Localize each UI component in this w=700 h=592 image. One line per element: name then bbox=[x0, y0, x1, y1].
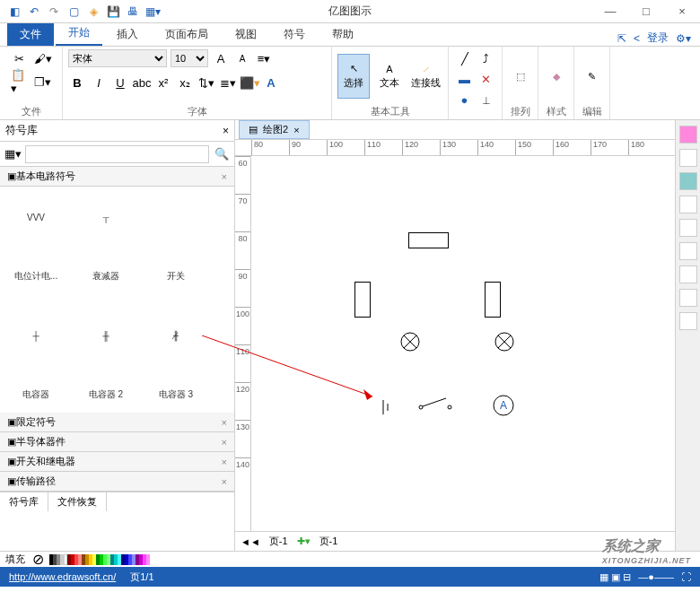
bottom-tab-library[interactable]: 符号库 bbox=[0, 492, 48, 511]
font-color-icon[interactable]: A bbox=[262, 74, 280, 91]
arrange-button[interactable]: ⬚ bbox=[508, 54, 532, 99]
shape-switch[interactable] bbox=[417, 396, 453, 411]
paste-icon[interactable]: 📋▾ bbox=[11, 73, 29, 91]
select-tool[interactable]: ↖选择 bbox=[337, 54, 370, 99]
doc-close-icon[interactable]: × bbox=[293, 125, 299, 135]
panel-comment[interactable] bbox=[679, 289, 697, 307]
underline-icon[interactable]: U bbox=[111, 74, 129, 91]
symbol-cap2-icon[interactable]: ╫ bbox=[74, 309, 138, 362]
search-icon[interactable]: 🔍 bbox=[213, 145, 231, 163]
close-button[interactable]: × bbox=[664, 0, 700, 23]
sidebar-close-icon[interactable]: × bbox=[223, 125, 229, 137]
symbol-capacitor2[interactable]: 电容器 2 bbox=[74, 368, 138, 413]
crop-icon[interactable]: ⟂ bbox=[477, 91, 495, 109]
shape-lamp2[interactable] bbox=[494, 331, 515, 353]
zoom-fit-icon[interactable]: ⛶ bbox=[681, 571, 691, 582]
minimize-button[interactable]: — bbox=[592, 0, 628, 23]
symbol-switch[interactable]: 开关 bbox=[144, 249, 208, 303]
line-icon[interactable]: ╱ bbox=[456, 49, 474, 67]
superscript-icon[interactable]: x² bbox=[154, 74, 172, 91]
panel-fill[interactable] bbox=[679, 172, 697, 190]
symbol-cap3-icon[interactable]: ╫̸ bbox=[144, 309, 208, 362]
font-name-select[interactable]: 宋体 bbox=[68, 49, 167, 67]
new-icon[interactable]: ▢ bbox=[66, 4, 81, 19]
shape-rect3[interactable] bbox=[485, 282, 501, 318]
tab-view[interactable]: 视图 bbox=[223, 23, 269, 46]
canvas[interactable]: A bbox=[251, 156, 675, 531]
share-icon[interactable]: < bbox=[634, 32, 640, 45]
copy-icon[interactable]: ❐▾ bbox=[34, 73, 52, 91]
panel-layer[interactable] bbox=[679, 219, 697, 237]
style-button[interactable]: ◆ bbox=[544, 54, 568, 99]
ellipse-icon[interactable]: ● bbox=[456, 91, 474, 109]
tab-file[interactable]: 文件 bbox=[7, 23, 54, 46]
tab-insert[interactable]: 插入 bbox=[104, 23, 151, 46]
symbol-capacitor[interactable]: 电容器 bbox=[4, 368, 68, 413]
curve-icon[interactable]: ⤴ bbox=[477, 49, 495, 67]
search-input[interactable] bbox=[25, 145, 209, 163]
page-add-icon[interactable]: ✚▾ bbox=[297, 535, 311, 547]
rect-icon[interactable]: ▬ bbox=[456, 70, 474, 88]
share-out-icon[interactable]: ⇱ bbox=[617, 32, 626, 45]
undo-icon[interactable]: ↶ bbox=[27, 4, 41, 19]
category-transmission[interactable]: ▣传输路径× bbox=[0, 472, 234, 492]
symbol-junction[interactable]: ┬ bbox=[74, 190, 138, 244]
symbol-cap1-icon[interactable]: ┼ bbox=[4, 309, 68, 362]
category-switches[interactable]: ▣开关和继电器× bbox=[0, 452, 234, 472]
panel-data[interactable] bbox=[679, 266, 697, 283]
category-basic-circuit[interactable]: ▣基本电路符号× bbox=[0, 167, 234, 187]
shrink-font-icon[interactable]: A bbox=[233, 49, 251, 67]
font-size-select[interactable]: 10 bbox=[171, 49, 208, 67]
no-fill-icon[interactable]: ⊘ bbox=[32, 551, 44, 568]
category-semiconductor[interactable]: ▣半导体器件× bbox=[0, 432, 234, 452]
text-tool[interactable]: A文本 bbox=[373, 54, 406, 99]
save-icon[interactable]: 💾 bbox=[106, 4, 120, 19]
shape-rect1[interactable] bbox=[408, 232, 449, 248]
panel-text[interactable] bbox=[679, 242, 697, 260]
gear-icon[interactable]: ⚙▾ bbox=[676, 32, 691, 45]
grow-font-icon[interactable]: A bbox=[212, 49, 230, 67]
shape-rect2[interactable] bbox=[354, 282, 371, 318]
shape-lamp1[interactable] bbox=[399, 331, 421, 353]
page-nav-prev[interactable]: ◄◄ bbox=[241, 536, 260, 547]
highlight-icon[interactable]: ⬛▾ bbox=[241, 74, 258, 91]
view-mode-icons[interactable]: ▦ ▣ ⊟ bbox=[599, 571, 631, 583]
page-tab-1a[interactable]: 页-1 bbox=[269, 535, 288, 548]
italic-icon[interactable]: I bbox=[90, 74, 108, 91]
symbol-vvv[interactable]: VVV bbox=[4, 190, 68, 244]
redo-icon[interactable]: ↷ bbox=[47, 4, 61, 19]
category-qualifying[interactable]: ▣限定符号× bbox=[0, 413, 234, 432]
bullets-icon[interactable]: ≣▾ bbox=[219, 74, 237, 91]
shape-ammeter[interactable]: A bbox=[492, 394, 515, 417]
strike-icon[interactable]: abc bbox=[133, 74, 151, 91]
open-icon[interactable]: ◈ bbox=[86, 4, 101, 19]
brush-icon[interactable]: 🖌▾ bbox=[34, 49, 52, 67]
panel-help[interactable] bbox=[679, 312, 697, 330]
login-link[interactable]: 登录 bbox=[647, 30, 669, 46]
symbol-blank1[interactable] bbox=[144, 190, 208, 244]
bold-icon[interactable]: B bbox=[68, 74, 86, 91]
zoom-slider[interactable]: —●—— bbox=[638, 571, 674, 582]
panel-theme[interactable] bbox=[679, 126, 697, 144]
symbol-capacitor3[interactable]: 电容器 3 bbox=[144, 368, 208, 413]
linespace-icon[interactable]: ⇅▾ bbox=[197, 74, 215, 91]
tab-layout[interactable]: 页面布局 bbox=[153, 23, 221, 46]
edit-button[interactable]: ✎ bbox=[580, 54, 604, 99]
page-tab-1b[interactable]: 页-1 bbox=[319, 535, 338, 548]
symbol-attenuator[interactable]: 衰减器 bbox=[74, 249, 138, 303]
tab-help[interactable]: 帮助 bbox=[319, 23, 366, 46]
print-icon[interactable]: 🖶 bbox=[126, 4, 140, 19]
subscript-icon[interactable]: x₂ bbox=[176, 74, 194, 91]
cut-icon[interactable]: ✂ bbox=[11, 49, 29, 67]
panel-pen[interactable] bbox=[679, 149, 697, 167]
align-dropdown-icon[interactable]: ≡▾ bbox=[255, 49, 273, 67]
export-icon[interactable]: ▦▾ bbox=[145, 4, 160, 19]
document-tab[interactable]: ▤ 绘图2 × bbox=[239, 120, 310, 139]
panel-image[interactable] bbox=[679, 196, 697, 213]
library-icon[interactable]: ▦▾ bbox=[4, 145, 22, 163]
bottom-tab-recover[interactable]: 文件恢复 bbox=[48, 492, 107, 511]
connector-tool[interactable]: ⟋连接线 bbox=[409, 54, 442, 99]
symbol-potentiometer[interactable]: 电位计电... bbox=[4, 249, 68, 303]
tab-start[interactable]: 开始 bbox=[56, 22, 102, 46]
tab-symbol[interactable]: 符号 bbox=[271, 23, 318, 46]
